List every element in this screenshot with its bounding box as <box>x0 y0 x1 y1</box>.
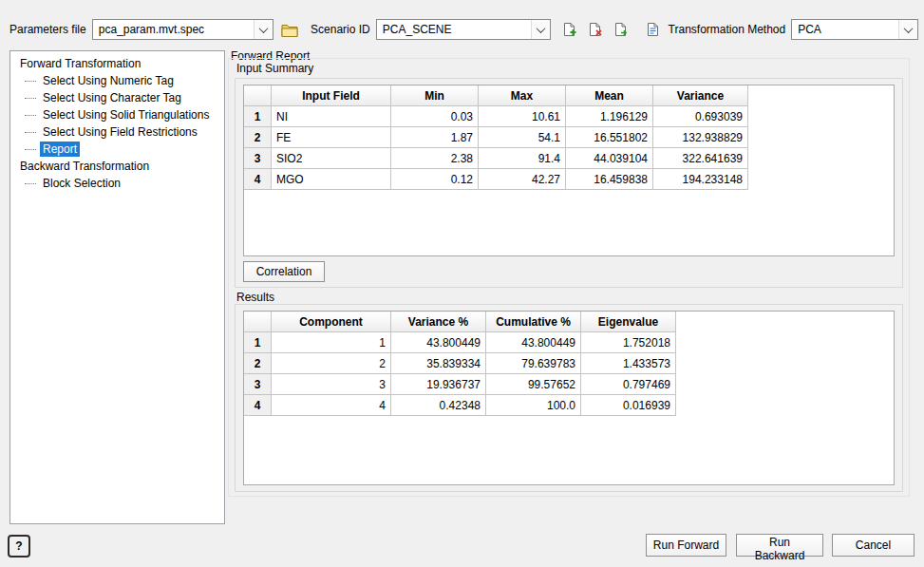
cell-max[interactable]: 91.4 <box>479 148 566 169</box>
tree-item-select-using-character-tag[interactable]: Select Using Character Tag <box>10 89 224 106</box>
help-button[interactable]: ? <box>8 535 30 558</box>
cell-mean[interactable]: 1.196129 <box>566 106 653 127</box>
cell-cumulative-pct[interactable]: 99.57652 <box>486 374 581 395</box>
tree-item-label: Select Using Field Restrictions <box>40 124 200 140</box>
cell-component[interactable]: 4 <box>272 395 391 416</box>
tree-item-select-using-numeric-tag[interactable]: Select Using Numeric Tag <box>10 72 224 89</box>
cell-max[interactable]: 10.61 <box>479 106 566 127</box>
cell-input-field[interactable]: SIO2 <box>272 148 391 169</box>
parameters-file-value: pca_param.mvt.spec <box>99 23 204 36</box>
row-header[interactable]: 3 <box>244 148 272 169</box>
results-table-area: Component Variance % Cumulative % Eigenv… <box>243 311 895 485</box>
column-header-mean[interactable]: Mean <box>566 85 653 106</box>
tree-item-label-selected: Report <box>40 142 80 157</box>
cell-eigenvalue[interactable]: 0.797469 <box>581 374 676 395</box>
cell-mean[interactable]: 44.039104 <box>566 148 653 169</box>
table-row: 2 2 35.839334 79.639783 1.433573 <box>244 353 676 374</box>
scenario-new-icon <box>562 22 577 37</box>
scenario-save-button[interactable] <box>613 20 631 39</box>
column-header-eigenvalue[interactable]: Eigenvalue <box>581 312 676 332</box>
cell-cumulative-pct[interactable]: 79.639783 <box>486 353 581 374</box>
cell-variance-pct[interactable]: 0.42348 <box>391 395 486 416</box>
cell-input-field[interactable]: FE <box>272 127 391 148</box>
input-summary-title: Input Summary <box>236 62 313 75</box>
tree-connector <box>25 149 36 150</box>
table-row: 4 4 0.42348 100.0 0.016939 <box>244 395 676 416</box>
cell-variance[interactable]: 194.233148 <box>653 169 748 190</box>
cell-max[interactable]: 42.27 <box>479 169 566 190</box>
row-header[interactable]: 2 <box>244 353 272 374</box>
transformation-method-combo[interactable]: PCA <box>791 19 918 40</box>
folder-open-icon <box>281 23 298 37</box>
row-header[interactable]: 4 <box>244 395 272 416</box>
row-header[interactable]: 4 <box>244 169 272 190</box>
tree-item-backward-transformation[interactable]: Backward Transformation <box>10 158 224 175</box>
cancel-button[interactable]: Cancel <box>832 534 915 557</box>
cell-component[interactable]: 3 <box>272 374 391 395</box>
correlation-button[interactable]: Correlation <box>243 261 325 282</box>
transformation-dialog: Parameters file pca_param.mvt.spec Scena… <box>0 0 924 567</box>
row-header[interactable]: 2 <box>244 127 272 148</box>
input-summary-group: Input Field Min Max Mean Variance 1 NI 0… <box>235 78 903 288</box>
cell-variance[interactable]: 322.641639 <box>653 148 748 169</box>
cell-mean[interactable]: 16.459838 <box>566 169 653 190</box>
cell-input-field[interactable]: MGO <box>272 169 391 190</box>
tree-item-label: Select Using Solid Triangulations <box>40 107 212 123</box>
cell-min[interactable]: 0.03 <box>391 106 479 127</box>
cell-eigenvalue[interactable]: 0.016939 <box>581 395 676 416</box>
cell-input-field[interactable]: NI <box>272 106 391 127</box>
column-header-cumulative-pct[interactable]: Cumulative % <box>486 312 581 332</box>
scenario-report-button[interactable] <box>644 20 662 39</box>
chevron-down-icon <box>254 20 273 39</box>
toolbar: Parameters file pca_param.mvt.spec Scena… <box>9 18 918 41</box>
cell-min[interactable]: 1.87 <box>391 127 479 148</box>
parameters-file-combo[interactable]: pca_param.mvt.spec <box>92 19 273 40</box>
cell-eigenvalue[interactable]: 1.752018 <box>581 332 676 353</box>
scenario-save-icon <box>613 22 629 37</box>
column-header-min[interactable]: Min <box>391 85 479 106</box>
run-backward-button[interactable]: Run Backward <box>736 534 823 557</box>
cell-variance[interactable]: 132.938829 <box>653 127 748 148</box>
cell-mean[interactable]: 16.551802 <box>566 127 653 148</box>
column-header-variance[interactable]: Variance <box>653 85 748 106</box>
scenario-id-combo[interactable]: PCA_SCENE <box>376 19 551 40</box>
column-header-variance-pct[interactable]: Variance % <box>391 312 486 332</box>
tree-item-forward-transformation[interactable]: Forward Transformation <box>10 55 224 72</box>
cell-min[interactable]: 0.12 <box>391 169 479 190</box>
row-header[interactable]: 3 <box>244 374 272 395</box>
cell-variance[interactable]: 0.693039 <box>653 106 748 127</box>
cell-max[interactable]: 54.1 <box>479 127 566 148</box>
transformation-method-value: PCA <box>798 23 821 36</box>
cell-eigenvalue[interactable]: 1.433573 <box>581 353 676 374</box>
row-header[interactable]: 1 <box>244 332 272 353</box>
input-summary-table: Input Field Min Max Mean Variance 1 NI 0… <box>243 85 748 190</box>
scenario-delete-button[interactable] <box>586 20 604 39</box>
tree-item-block-selection[interactable]: Block Selection <box>10 175 224 192</box>
tree-connector <box>25 132 36 133</box>
row-header[interactable]: 1 <box>244 106 272 127</box>
table-row: 3 SIO2 2.38 91.4 44.039104 322.641639 <box>244 148 748 169</box>
column-header-max[interactable]: Max <box>479 85 566 106</box>
cell-variance-pct[interactable]: 43.800449 <box>391 332 486 353</box>
cell-component[interactable]: 1 <box>272 332 391 353</box>
open-parameters-file-button[interactable] <box>281 20 299 39</box>
tree-item-label: Select Using Numeric Tag <box>40 73 177 88</box>
cell-variance-pct[interactable]: 35.839334 <box>391 353 486 374</box>
transformation-method-label: Transformation Method <box>669 23 786 36</box>
cell-variance-pct[interactable]: 19.936737 <box>391 374 486 395</box>
scenario-new-button[interactable] <box>560 20 578 39</box>
tree-item-select-using-solid-triangulations[interactable]: Select Using Solid Triangulations <box>10 106 224 123</box>
column-header-component[interactable]: Component <box>272 312 391 332</box>
cell-min[interactable]: 2.38 <box>391 148 479 169</box>
cell-component[interactable]: 2 <box>272 353 391 374</box>
tree-item-report[interactable]: Report <box>10 141 224 158</box>
run-forward-button[interactable]: Run Forward <box>646 534 726 557</box>
table-row: 1 NI 0.03 10.61 1.196129 0.693039 <box>244 106 748 127</box>
input-summary-table-area: Input Field Min Max Mean Variance 1 NI 0… <box>243 85 895 256</box>
cell-cumulative-pct[interactable]: 43.800449 <box>486 332 581 353</box>
column-header-input-field[interactable]: Input Field <box>272 85 391 106</box>
cell-cumulative-pct[interactable]: 100.0 <box>486 395 581 416</box>
tree-item-label: Select Using Character Tag <box>40 90 184 105</box>
tree-item-select-using-field-restrictions[interactable]: Select Using Field Restrictions <box>10 123 224 141</box>
header-row: Input Field Min Max Mean Variance <box>244 85 748 106</box>
